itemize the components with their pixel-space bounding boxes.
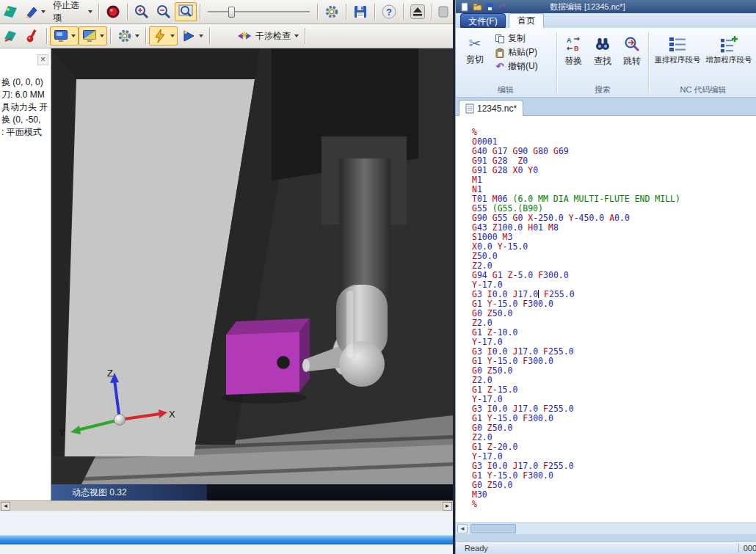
editor-titlebar[interactable]: 数据编辑 [12345.nc*] [456,0,756,13]
separator [46,28,47,44]
view-mode-button-2[interactable] [79,26,107,45]
pencil-icon [24,4,39,19]
stop-options-button[interactable]: 停止选项 [48,2,95,21]
eject-button[interactable] [407,2,429,21]
svg-text:?: ? [386,7,392,18]
spindle-column [339,158,390,298]
cam-app-icon [2,4,18,20]
record-icon [105,4,121,20]
gear-icon [117,28,133,44]
status-ready-label: Ready [456,544,488,553]
group-separator [556,32,557,92]
chevron-down-icon [199,34,203,37]
separator [110,28,111,44]
file-menu-button[interactable]: 文件(F) [460,13,506,28]
save-button[interactable] [349,2,371,21]
goto-button[interactable]: 跳转 [618,32,646,80]
scissors-icon: ✂ [469,35,481,51]
info-line: 刀: 6.0 MM [1,89,51,101]
machine-viewport[interactable]: Z X Y 动态视图 0.32 [51,48,453,500]
view-mode-status-label: 动态视图 0.32 [72,486,127,499]
zoom-in-button[interactable] [131,2,153,21]
record-button[interactable] [102,2,124,21]
help-button[interactable]: ? [378,2,400,21]
edit-small-buttons: 复制 粘贴(P) ↶ 撤销(U) [493,32,540,73]
svg-text:B: B [574,45,579,52]
machine-info-panel: × 换 (0, 0, 0) 刀: 6.0 MM 具动力头 开 换 (0, -50… [0,48,51,500]
cam-app-button[interactable] [0,2,21,21]
zoom-out-button[interactable] [153,2,175,21]
extra-tool-button[interactable] [435,2,451,21]
sim-horizontal-scrollbar[interactable]: ◄ ► [0,500,453,511]
run-mode-button[interactable] [178,26,206,45]
save-file-icon[interactable] [485,2,495,12]
paste-icon [495,48,505,58]
eject-icon [410,4,426,20]
separator [200,4,200,20]
sim-bottom-zone [0,511,453,554]
group-separator [648,32,649,92]
simulator-window: 停止选项 [0,0,453,554]
progress-bar [0,535,453,544]
replace-label: 替换 [564,55,582,68]
copy-label: 复制 [508,32,526,45]
add-block-numbers-label: 增加程序段号 [706,55,752,65]
machine-info-lines: 换 (0, 0, 0) 刀: 6.0 MM 具动力头 开 换 (0, -50, … [1,76,51,139]
document-tab[interactable]: 12345.nc* [459,100,523,116]
edit-mode-button[interactable] [21,2,48,21]
slider-thumb[interactable] [228,7,235,18]
replace-button[interactable]: A B 替换 [559,32,587,80]
chevron-down-icon [100,34,104,37]
partial-tool-icon [438,4,448,19]
renumber-button[interactable]: 重排程序段号 [653,32,702,80]
machine-3d-render: Z X Y [51,48,453,500]
y-axis-label: Y [59,427,65,438]
separator [374,4,375,20]
x-axis-label: X [169,409,175,420]
scroll-right-arrow[interactable]: ► [443,502,452,511]
document-icon [465,103,474,114]
panel-close-button[interactable]: × [37,54,48,65]
cut-button[interactable]: ✂ 剪切 [460,32,490,80]
machine-view-icon [2,28,18,44]
chevron-down-icon [71,34,76,37]
view-mode-button-1[interactable] [50,26,79,45]
zoom-window-icon [178,4,194,20]
ribbon-group-nc: 重排程序段号 增加程序段号 NC 代码编辑 [650,28,756,98]
undo-quick-icon[interactable] [498,2,507,12]
editor-scroll-left-arrow[interactable]: ◄ [457,524,468,533]
settings-button[interactable] [321,2,343,21]
interference-check-button[interactable]: 干涉检查 [233,26,302,45]
machine-view-button[interactable] [0,26,21,45]
find-button[interactable]: 查找 [589,32,617,80]
copy-button[interactable]: 复制 [493,32,540,45]
undo-button[interactable]: ↶ 撤销(U) [493,60,540,73]
tab-home[interactable]: 首页 [509,13,544,28]
goto-label: 跳转 [623,55,641,68]
simulate-button[interactable] [149,26,178,45]
scroll-left-arrow[interactable]: ◄ [1,502,10,511]
zoom-window-button[interactable] [175,2,197,21]
new-file-icon[interactable] [460,2,470,12]
sim-settings-button[interactable] [114,26,142,45]
editor-horizontal-scrollbar[interactable]: ◄ [456,522,756,534]
replace-icon: A B [564,35,582,53]
code-editor[interactable]: %O0001G40 G17 G90 G80 G69G91 G28 Z0G91 G… [456,116,756,522]
add-block-numbers-button[interactable]: 增加程序段号 [704,32,754,80]
paste-button[interactable]: 粘贴(P) [493,46,540,59]
open-file-icon[interactable] [473,2,482,12]
copy-icon [495,34,505,44]
separator [317,4,318,20]
editor-scroll-thumb[interactable] [470,524,516,533]
axes-origin-sphere [115,415,126,426]
sim-toolbar-main: 停止选项 [0,0,453,24]
ribbon: ✂ 剪切 复制 粘贴(P) ↶ 撤销(U) 编 [456,28,756,98]
probe-button[interactable] [21,26,43,45]
ribbon-group-edit: ✂ 剪切 复制 粘贴(P) ↶ 撤销(U) 编 [456,28,556,98]
speed-slider[interactable] [208,4,310,19]
viewport-status-strip: 动态视图 0.32 [51,484,453,500]
window-title: 数据编辑 [12345.nc*] [550,1,625,12]
search-group-label: 搜索 [558,84,647,95]
code-lines: %O0001G40 G17 G90 G80 G69G91 G28 Z0G91 G… [472,128,680,509]
status-position-value: 000 [744,544,756,553]
